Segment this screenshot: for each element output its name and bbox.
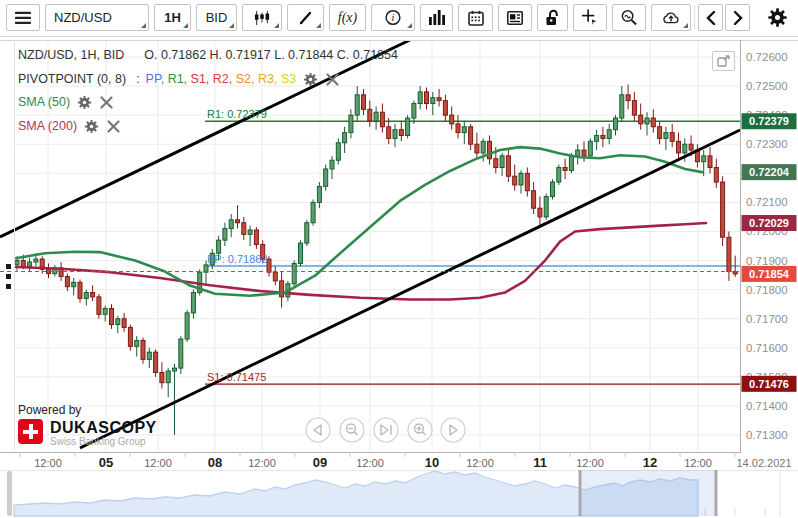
pencil-icon [298, 10, 314, 26]
time-axis-label: 12:00 [356, 457, 384, 469]
svg-text:0.71854: 0.71854 [749, 268, 790, 280]
magnifier-icon [621, 10, 637, 26]
price-badge: 0.71854 [742, 266, 797, 282]
time-axis-label: 09 [313, 455, 327, 470]
popout-icon [716, 53, 732, 69]
pivot-line-label: S1: 0.71475 [207, 371, 266, 383]
navigator-left-scrollbar[interactable] [7, 471, 12, 516]
volume-button[interactable] [420, 4, 453, 31]
zoom-mode-button[interactable] [612, 4, 646, 31]
gear-icon [766, 7, 788, 29]
channel-lower-line [80, 130, 740, 448]
price-side-label: BID [206, 10, 228, 25]
hamburger-icon [15, 10, 31, 26]
pivotpoint-legend-row: PIVOTPOINT (0, 8) : PP, R1, S1, R2, S2, … [18, 71, 340, 87]
scroll-forward-button[interactable] [725, 4, 750, 31]
price-axis-label: 0.71700 [746, 313, 788, 325]
detach-chart-button[interactable] [712, 51, 735, 71]
swiss-cross-icon [18, 419, 43, 444]
news-button[interactable] [498, 4, 532, 31]
gear-icon[interactable] [76, 94, 92, 110]
pivot-separator: : [136, 72, 139, 86]
close-icon[interactable] [105, 118, 121, 134]
lock-button[interactable] [537, 4, 568, 31]
svg-text:0.72379: 0.72379 [749, 115, 789, 127]
volume-bars-icon [429, 10, 445, 26]
chart-navigator[interactable] [0, 470, 798, 516]
candlestick-chart-icon [254, 10, 270, 26]
sma50-legend-row: SMA (50) [18, 94, 114, 110]
price-axis-label: 0.72500 [746, 80, 788, 92]
pivot-level-pp: PP, [146, 72, 168, 86]
navigator-window[interactable] [580, 470, 716, 516]
scroll-back-button[interactable] [698, 4, 723, 31]
chart-type-select[interactable] [242, 4, 282, 31]
navigator-right-handle[interactable] [715, 470, 718, 516]
time-axis-label: 05 [99, 455, 113, 470]
price-axis-label: 0.71300 [746, 429, 788, 441]
menu-button[interactable] [6, 4, 40, 31]
crosshair-icon [582, 10, 598, 26]
navigator-left-handle[interactable] [579, 470, 582, 516]
pivot-level-s3: S3 [281, 72, 296, 86]
chart-nav-zoom-out-button[interactable] [340, 418, 364, 442]
calendar-button[interactable] [458, 4, 493, 31]
dukascopy-logo: Powered by DUKASCOPY Swiss Banking Group [18, 403, 157, 447]
gear-icon[interactable] [83, 118, 99, 134]
crosshair-button[interactable] [573, 4, 607, 31]
pivot-level-r2: R2, [213, 72, 236, 86]
time-axis-label: 12:00 [466, 457, 494, 469]
close-icon[interactable] [98, 94, 114, 110]
toolbar: NZD/USD 1H BID f(x) i [0, 0, 798, 37]
pivot-level-tokens: PP, R1, S1, R2, S2, R3, S3 [146, 72, 297, 86]
pivot-level-s2: S2, [236, 72, 258, 86]
price-axis-label: 0.72600 [746, 51, 788, 63]
price-axis-label: 0.71400 [746, 400, 788, 412]
chart-nav-play-button[interactable] [441, 418, 465, 442]
cloud-save-button[interactable] [651, 4, 691, 31]
powered-by-text: Powered by [18, 403, 157, 417]
brand-name: DUKASCOPY [50, 419, 157, 436]
time-axis-label: 12:00 [34, 457, 62, 469]
svg-text:0.72204: 0.72204 [749, 166, 790, 178]
sma50-label: SMA (50) [18, 95, 70, 109]
draw-tools-button[interactable] [287, 4, 324, 31]
price-badge: 0.72379 [742, 113, 797, 129]
price-axis-label: 0.71900 [746, 255, 788, 267]
info-button[interactable]: i [371, 4, 415, 31]
calendar-icon [468, 10, 484, 26]
cloud-upload-icon [663, 10, 679, 26]
symbol-select[interactable]: NZD/USD [45, 4, 149, 31]
info-icon: i [385, 10, 401, 26]
chevron-left-icon [703, 10, 719, 26]
unlock-icon [545, 10, 561, 26]
svg-text:0.71476: 0.71476 [749, 378, 789, 390]
price-side-select[interactable]: BID [196, 4, 237, 31]
svg-text:i: i [392, 12, 395, 23]
chart-nav-zoom-in-button[interactable] [408, 418, 432, 442]
toolbar-separator [694, 5, 695, 29]
ohlc-readout: O. 0.71862 H. 0.71917 L. 0.71844 C. 0.71… [144, 48, 398, 62]
chart-legend-row: NZD/USD, 1H, BID O. 0.71862 H. 0.71917 L… [18, 48, 398, 62]
channel-upper-line [0, 40, 410, 237]
settings-button[interactable] [762, 4, 792, 31]
panel-drag-handle[interactable] [6, 264, 11, 294]
time-axis-label: 08 [208, 455, 222, 470]
sma200-legend-row: SMA (200) [18, 118, 121, 134]
date-label: 14.02.2021 [736, 457, 791, 469]
close-icon[interactable] [324, 71, 340, 87]
time-axis-label: 11 [533, 455, 547, 470]
time-axis-label: 10 [425, 455, 439, 470]
indicators-button[interactable]: f(x) [329, 4, 366, 31]
price-badge: 0.71476 [742, 376, 797, 392]
pivot-line-label: PP: 0.71862 [207, 253, 268, 265]
gear-icon[interactable] [302, 71, 318, 87]
svg-text:0.72029: 0.72029 [749, 217, 789, 229]
chart-nav-prev-button[interactable] [306, 418, 330, 442]
timeframe-select[interactable]: 1H [154, 4, 191, 31]
pivotpoint-label: PIVOTPOINT (0, 8) [18, 72, 126, 86]
chart-title: NZD/USD, 1H, BID [18, 48, 124, 62]
chart-nav-step-forward-button[interactable] [374, 418, 398, 442]
price-axis-label: 0.71800 [746, 284, 788, 296]
news-icon [507, 10, 523, 26]
